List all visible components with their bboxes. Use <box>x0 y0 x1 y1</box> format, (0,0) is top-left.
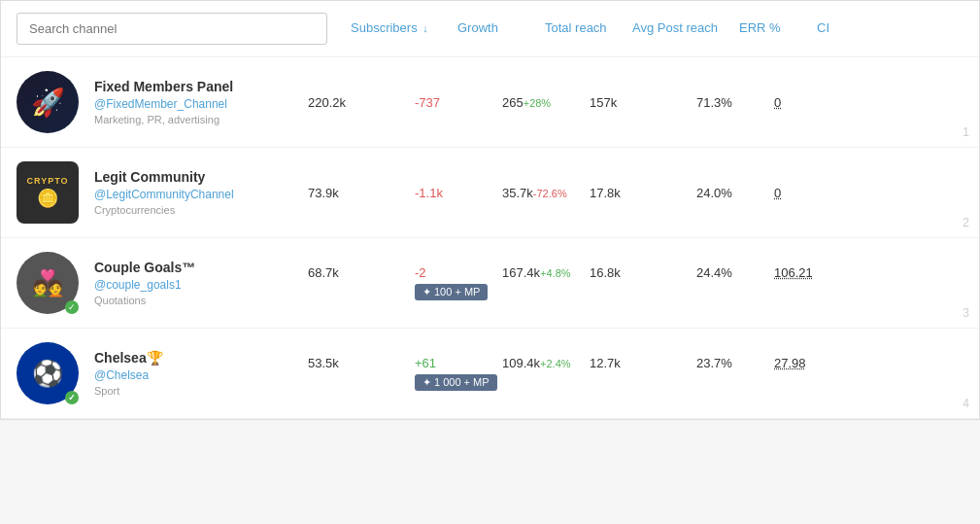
growth-value: -1.1k <box>415 186 443 200</box>
data-cols: 68.7k -2 ✦100 + MP 167.4k+4.8% 16.8k 24.… <box>308 265 963 300</box>
channel-category: Sport <box>94 385 308 397</box>
channel-category: Marketing, PR, advertising <box>94 114 308 125</box>
verified-badge: ✓ <box>65 391 79 404</box>
cell-ci: 0 <box>774 186 842 200</box>
ci-value: 0 <box>774 186 781 200</box>
data-cols: 220.2k -737 265+28% 157k 71.3% 0 <box>308 95 963 110</box>
cell-err: 71.3% <box>696 95 774 110</box>
channel-name: Couple Goals™ <box>94 260 308 275</box>
channel-info: Legit Community @LegitCommunityChannel C… <box>94 169 308 216</box>
channel-handle[interactable]: @FixedMember_Channel <box>94 97 308 111</box>
cell-subscribers: 73.9k <box>308 186 415 200</box>
row-number: 4 <box>963 397 969 410</box>
cell-growth: -737 <box>415 95 502 110</box>
cell-ci: 0 <box>774 95 842 110</box>
avatar: 🚀 <box>17 71 79 133</box>
row-number: 3 <box>963 306 969 320</box>
cell-growth: -2 ✦100 + MP <box>415 265 502 300</box>
header-row: Subscribers ↓ Growth Total reach Avg Pos… <box>1 1 979 57</box>
growth-value: -737 <box>415 95 440 110</box>
channel-name: Legit Community <box>94 169 308 185</box>
total-reach-badge: -72.6% <box>533 188 567 199</box>
channel-category: Quotations <box>94 295 308 306</box>
growth-value: +61 <box>415 356 436 370</box>
channel-info: Fixed Members Panel @FixedMember_Channel… <box>94 79 308 125</box>
cell-avg-post-reach: 157k <box>590 95 696 110</box>
channel-row: CRYPTO 🪙 Legit Community @LegitCommunity… <box>1 148 979 238</box>
avatar: ⚽ ✓ <box>17 342 79 404</box>
cell-total-reach: 35.7k-72.6% <box>502 186 590 200</box>
data-cols: 73.9k -1.1k 35.7k-72.6% 17.8k 24.0% 0 <box>308 186 963 200</box>
verified-badge: ✓ <box>65 300 79 314</box>
total-reach-badge: +28% <box>524 97 551 109</box>
mp-badge: ✦1 000 + MP <box>415 374 497 391</box>
col-header-avg-post-reach[interactable]: Avg Post reach <box>632 20 739 37</box>
ci-value: 106.21 <box>774 265 813 280</box>
channel-handle[interactable]: @LegitCommunityChannel <box>94 188 308 201</box>
total-reach-badge: +2.4% <box>540 358 571 369</box>
col-header-err[interactable]: ERR % <box>739 20 817 37</box>
cell-err: 24.4% <box>696 265 774 280</box>
channel-handle[interactable]: @couple_goals1 <box>94 278 308 292</box>
cell-subscribers: 68.7k <box>308 265 415 280</box>
col-header-total-reach[interactable]: Total reach <box>545 20 632 37</box>
mp-badge: ✦100 + MP <box>415 284 488 300</box>
channel-row: 🚀 Fixed Members Panel @FixedMember_Chann… <box>1 57 979 148</box>
ci-value: 27.98 <box>774 356 806 370</box>
cell-total-reach: 265+28% <box>502 95 590 110</box>
growth-value: -2 <box>415 265 426 280</box>
col-header-subscribers[interactable]: Subscribers ↓ <box>351 20 457 37</box>
data-cols: 53.5k +61 ✦1 000 + MP 109.4k+2.4% 12.7k … <box>308 356 963 391</box>
channel-row: 💑 ✓ Couple Goals™ @couple_goals1 Quotati… <box>1 238 979 329</box>
col-header-growth[interactable]: Growth <box>457 20 545 37</box>
row-number: 1 <box>963 125 969 139</box>
cell-growth: -1.1k <box>415 186 502 200</box>
column-headers: Subscribers ↓ Growth Total reach Avg Pos… <box>351 20 963 37</box>
total-reach-badge: +4.8% <box>540 267 571 279</box>
cell-subscribers: 220.2k <box>308 95 415 110</box>
main-container: Subscribers ↓ Growth Total reach Avg Pos… <box>0 0 980 420</box>
channel-info: Couple Goals™ @couple_goals1 Quotations <box>94 260 308 306</box>
channel-handle[interactable]: @Chelsea <box>94 368 308 382</box>
row-number: 2 <box>963 216 969 229</box>
cell-total-reach: 167.4k+4.8% <box>502 265 590 280</box>
cell-avg-post-reach: 17.8k <box>590 186 696 200</box>
channel-info: Chelsea🏆 @Chelsea Sport <box>94 350 308 397</box>
cell-subscribers: 53.5k <box>308 356 415 370</box>
channel-row: ⚽ ✓ Chelsea🏆 @Chelsea Sport 53.5k +61 ✦1… <box>1 329 979 419</box>
avatar: CRYPTO 🪙 <box>17 161 79 224</box>
cell-avg-post-reach: 12.7k <box>590 356 696 370</box>
channels-list: 🚀 Fixed Members Panel @FixedMember_Chann… <box>1 57 979 419</box>
avatar: 💑 ✓ <box>17 252 79 314</box>
cell-avg-post-reach: 16.8k <box>590 265 696 280</box>
cell-err: 23.7% <box>696 356 774 370</box>
cell-err: 24.0% <box>696 186 774 200</box>
search-wrap <box>17 13 327 45</box>
ci-value: 0 <box>774 95 781 110</box>
cell-ci: 27.98 <box>774 356 842 370</box>
cell-total-reach: 109.4k+2.4% <box>502 356 590 370</box>
col-header-ci[interactable]: CI <box>817 20 885 37</box>
cell-growth: +61 ✦1 000 + MP <box>415 356 502 391</box>
channel-name: Chelsea🏆 <box>94 350 308 366</box>
sort-arrow-subscribers: ↓ <box>422 22 428 34</box>
search-input[interactable] <box>17 13 327 45</box>
channel-category: Cryptocurrencies <box>94 204 308 216</box>
cell-ci: 106.21 <box>774 265 842 280</box>
channel-name: Fixed Members Panel <box>94 79 308 94</box>
